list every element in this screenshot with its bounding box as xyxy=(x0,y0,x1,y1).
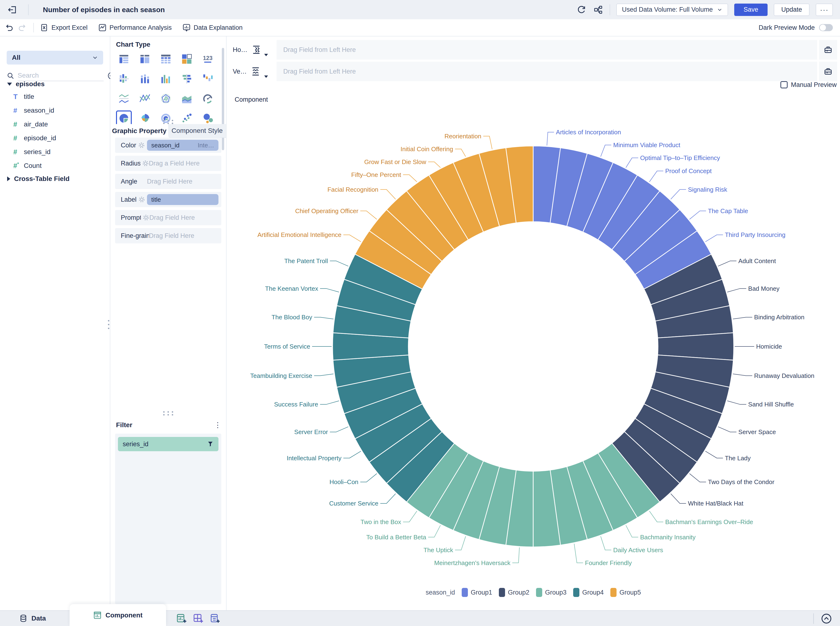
slice-label: Chief Operating Officer xyxy=(295,207,359,214)
slice-label: Teambuilding Exercise xyxy=(250,372,312,379)
property-label: Prompt xyxy=(121,214,141,221)
field-pill-season_id[interactable]: season_idInte… xyxy=(147,140,218,151)
chart-type-range-column-icon[interactable] xyxy=(201,72,215,86)
label-leader-line xyxy=(428,162,440,167)
legend-item-group1[interactable]: Group1 xyxy=(462,588,492,597)
label-leader-line xyxy=(718,261,737,266)
field-pill-title[interactable]: title xyxy=(147,194,218,205)
tab-component[interactable]: Component xyxy=(70,604,166,626)
chart-type-grouped-bar-icon[interactable] xyxy=(116,72,131,86)
data-volume-select[interactable]: Used Data Volume: Full Volume xyxy=(616,3,728,16)
gear-icon[interactable] xyxy=(138,142,145,149)
field-item-Count[interactable]: #*Count xyxy=(0,159,110,173)
component-chart-icon xyxy=(93,611,102,620)
legend-item-group4[interactable]: Group4 xyxy=(573,588,604,597)
label-leader-line xyxy=(574,544,583,563)
chart-type-bidirectional-bar-icon[interactable] xyxy=(179,72,194,86)
chart-type-cross-table-icon[interactable] xyxy=(179,52,194,66)
chart-type-table-icon[interactable] xyxy=(158,52,173,66)
tab-data[interactable]: Data xyxy=(19,611,46,626)
chart-type-pie-icon[interactable] xyxy=(116,111,131,126)
field-item-air_date[interactable]: #air_date xyxy=(0,117,110,131)
section-resize-handle[interactable] xyxy=(160,119,176,125)
chart-type-radar-icon[interactable] xyxy=(158,91,173,106)
drop-placeholder: Drag a Field Here xyxy=(149,160,200,167)
export-excel-button[interactable]: Export Excel xyxy=(40,23,88,32)
chart-type-group-table-icon[interactable] xyxy=(116,52,131,66)
divider xyxy=(813,613,814,624)
table-node-episodes[interactable]: episodes xyxy=(7,79,45,89)
label-leader-line xyxy=(649,511,663,522)
slice-label: The Uptick xyxy=(423,546,453,554)
field-item-title[interactable]: Ttitle xyxy=(0,90,110,103)
property-drop-zone[interactable]: Drag Field Here xyxy=(149,232,218,239)
field-item-season_id[interactable]: #season_id xyxy=(0,103,110,117)
tab-component-style[interactable]: Component Style xyxy=(168,124,226,138)
data-volume-value: Used Data Volume: Full Volume xyxy=(622,6,713,13)
undo-button[interactable] xyxy=(4,22,15,33)
filter-menu-icon[interactable]: ⋮ xyxy=(214,423,221,427)
update-button[interactable]: Update xyxy=(774,3,810,16)
slice-label: Hooli–Con xyxy=(329,478,358,485)
redo-button[interactable] xyxy=(17,22,27,33)
chart-type-stacked-column-icon[interactable] xyxy=(138,72,152,86)
chart-type-bubble-icon[interactable] xyxy=(201,111,215,126)
property-drop-zone[interactable]: Drag Field Here xyxy=(147,178,218,185)
label-leader-line xyxy=(320,289,339,292)
chart-type-kpi-card-icon[interactable]: 123 xyxy=(201,52,215,66)
chart-type-detail-table-icon[interactable] xyxy=(138,52,152,66)
label-leader-line xyxy=(330,427,348,432)
donut-chart[interactable]: Articles of IncorporationMinimum Viable … xyxy=(227,36,840,610)
chart-type-rose-icon[interactable] xyxy=(138,111,152,126)
gear-icon[interactable] xyxy=(143,214,149,221)
add-report-button[interactable] xyxy=(209,613,220,624)
field-item-episode_id[interactable]: #episode_id xyxy=(0,131,110,145)
chart-type-scatter-icon[interactable] xyxy=(179,111,194,126)
chart-type-title: Chart Type xyxy=(116,41,150,49)
chart-type-multi-line-icon[interactable] xyxy=(116,91,131,106)
gear-icon[interactable] xyxy=(138,196,145,203)
slice-label: Grow Fast or Die Slow xyxy=(364,158,426,166)
property-drop-zone[interactable]: season_idInte… xyxy=(147,140,218,151)
add-dashboard-button[interactable] xyxy=(192,613,204,624)
performance-analysis-button[interactable]: Performance Analysis xyxy=(98,23,172,32)
add-dashboard-icon xyxy=(193,613,203,624)
config-tabs: Graphic Property Component Style xyxy=(110,124,226,138)
refresh-button[interactable] xyxy=(576,5,587,15)
property-drop-zone[interactable]: title xyxy=(147,194,218,205)
chart-type-column-icon[interactable] xyxy=(158,72,173,86)
cross-table-label: Cross-Table Field xyxy=(14,175,70,183)
filter-drop-area[interactable]: series_id xyxy=(115,434,221,604)
legend-item-group2[interactable]: Group2 xyxy=(499,588,529,597)
legend-item-group5[interactable]: Group5 xyxy=(610,588,641,597)
divider xyxy=(33,23,34,32)
dark-preview-toggle[interactable] xyxy=(819,24,833,31)
collapse-panel-button[interactable] xyxy=(820,613,832,624)
field-item-series_id[interactable]: #series_id xyxy=(0,145,110,159)
svg-text:123: 123 xyxy=(203,55,213,61)
more-button[interactable]: ··· xyxy=(816,3,833,16)
property-drop-zone[interactable]: Drag a Field Here xyxy=(149,160,218,167)
cross-table-field-node[interactable]: Cross-Table Field xyxy=(7,173,70,185)
lineage-button[interactable] xyxy=(593,5,603,15)
exit-edit-button[interactable] xyxy=(7,4,18,15)
slice-label: Adult Content xyxy=(738,257,776,264)
divider xyxy=(28,4,28,15)
property-drop-zone[interactable]: Drag Field Here xyxy=(149,214,218,221)
tab-graphic-property[interactable]: Graphic Property xyxy=(110,124,168,138)
chart-type-line-icon[interactable] xyxy=(138,91,152,106)
filter-pill-series-id[interactable]: series_id xyxy=(118,437,218,451)
section-resize-handle[interactable] xyxy=(160,411,176,416)
chart-type-area-icon[interactable] xyxy=(179,91,194,106)
legend-item-group3[interactable]: Group3 xyxy=(536,588,567,597)
save-button[interactable]: Save xyxy=(734,3,768,16)
chart-type-gauge-icon[interactable] xyxy=(201,91,215,106)
slice-label: The Patent Troll xyxy=(284,257,328,264)
label-leader-line xyxy=(690,211,706,219)
data-explanation-button[interactable]: Data Explanation xyxy=(182,23,243,32)
gear-icon[interactable] xyxy=(142,160,149,167)
top-bar: Number of episodes in each season Used D… xyxy=(0,0,840,19)
field-scope-select[interactable]: All xyxy=(7,51,103,64)
slice-label: The Lady xyxy=(725,455,751,462)
add-chart-button[interactable] xyxy=(176,613,187,624)
